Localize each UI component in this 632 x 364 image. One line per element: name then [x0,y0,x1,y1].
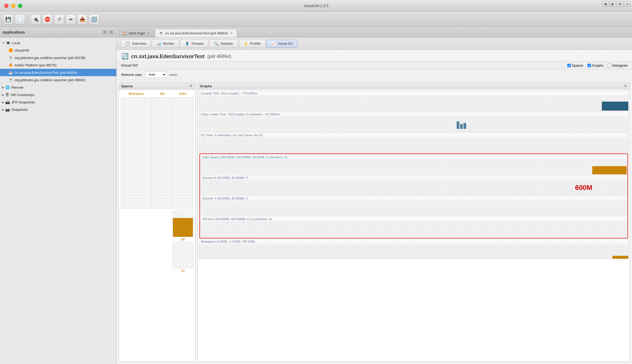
tree-item-vmcoredumps[interactable]: ▶ 🗄 VM Coredumps [0,91,116,98]
tab-eden[interactable]: ☕ cn.sxt.java.EdenSurvivorTest (pid 4686… [155,29,237,37]
refresh-bar: Refresh rate: Auto msec. [117,69,632,80]
refresh-rate-select[interactable]: Auto [145,71,166,78]
snapshots-icon: 📷 [5,107,10,112]
eden-close-icon[interactable]: ✕ [229,31,233,35]
ctab-overview[interactable]: 📋 Overview [121,40,151,48]
gctime-title: GC Time: 0 collections, 0s Last Cause: N… [199,133,628,138]
nav-dropdown-button[interactable]: ▼ [617,1,624,7]
tree-item-local[interactable]: ▼ 💻 Local [0,39,116,47]
graphs-content: Compile Time: 915 compiles – 770.430ms C… [198,90,630,362]
metaspace-label: Metaspace [121,92,151,95]
tree-area: ▼ 💻 Local 🟠 VisualVM ☕ org.jetbrains.jps… [0,38,116,364]
ctab-threads[interactable]: 🧵 Threads [180,40,208,48]
panel-restore-icon[interactable]: ⊡ [103,30,107,35]
toolbar-btn-forward[interactable]: ➡ [66,14,76,24]
tree-item-visualvm[interactable]: 🟠 VisualVM [0,47,116,54]
s1-label: S1 [181,269,185,272]
monitor-tab-icon: 📊 [156,41,161,46]
histogram-checkbox[interactable] [608,64,611,67]
toolbar-btn-save[interactable]: 💾 [3,14,13,24]
toggle-remote[interactable]: ▶ [2,86,4,89]
spaces-panel-title: Spaces [121,84,133,88]
survivor0-graph: 600M [201,180,627,195]
remote-icon: 🌐 [5,85,10,89]
toggle-snapshots[interactable]: ▶ [2,108,4,111]
overview-tab-label: Overview [132,42,146,46]
graph-row-survivor1: Survivor 1 (66.500M, 25.000M): 0 [201,196,627,216]
graph-row-gctime: GC Time: 0 collections, 0s Last Cause: N… [199,133,629,153]
compile-time-graph [199,96,628,111]
eden-bar [592,166,627,174]
metaspace-graph [199,244,628,259]
metaspace-col-label: Metaspace [129,92,144,95]
spacer [121,211,172,272]
minimize-button[interactable] [11,4,15,8]
graphs-checkbox[interactable] [588,64,591,67]
s1-wrapper: S1 [173,242,193,272]
right-panel: 🏠 Start Page ✕ ☕ cn.sxt.java.EdenSurvivo… [117,27,632,364]
tab-start-page[interactable]: 🏠 Start Page ✕ [119,29,154,37]
eden-col-label-wrap: Eden [173,92,193,95]
tree-item-intellij[interactable]: 🔥 IntelliJ Platform (pid 46576) [0,61,116,69]
toolbar-btn-number[interactable]: 🔢 [89,14,99,24]
spaces-checkbox-label[interactable]: Spaces [567,63,583,67]
applications-title: Applications [3,30,25,34]
spaces-checkbox[interactable] [567,64,571,67]
panel-close-icon[interactable]: ✕ [109,30,114,35]
launcher1-icon: ☕ [8,56,13,60]
ctab-visual-gc[interactable]: 📈 Visual GC [266,40,297,48]
toolbar-btn-file[interactable]: 📄 [15,14,25,24]
toggle-vm[interactable]: ▶ [2,93,4,96]
nav-menu-button[interactable]: ≡ [624,1,631,7]
eden-space-title: Eden Space (199.000M, 150.000M): 39.001M… [201,155,627,160]
close-button[interactable] [4,4,8,8]
tree-item-launcher1[interactable]: ☕ org.jetbrains.jps.cmdline.Launcher (pi… [0,54,116,61]
gc-panels: Spaces ✕ Metaspace Old [117,80,632,364]
survivor0-title: Survivor 0 (66.500M, 25.000M): 0 [201,175,627,180]
toolbar-btn-refresh[interactable]: ↺ [54,14,64,24]
spaces-panel-titlebar: Spaces ✕ [119,83,195,90]
tree-item-eden[interactable]: ☕ cn.sxt.java.EdenSurvivorTest (pid 4686… [0,69,116,76]
graph-row-oldgen: Old Gen (400.000M, 400.000M): 0, 0 colle… [201,216,627,236]
graphs-checkbox-label[interactable]: Graphs [588,63,603,67]
tree-item-jfr[interactable]: ▶ 📸 JFR Snapshots [0,98,116,106]
maximize-button[interactable] [18,4,22,8]
classloader-graph [199,117,628,131]
oldgen-title: Old Gen (400.000M, 400.000M): 0, 0 colle… [201,217,627,221]
nav-back-button[interactable]: ◀ [602,1,609,7]
start-page-close-icon[interactable]: ✕ [146,31,150,35]
compile-time-title: Compile Time: 915 compiles – 770.430ms [199,91,628,96]
spaces-panel-close[interactable]: ✕ [189,84,193,88]
threads-tab-icon: 🧵 [185,41,190,46]
compile-time-bar [602,102,628,111]
graph-row-survivor0: Survivor 0 (66.500M, 25.000M): 0 600M [201,175,627,195]
launcher2-label: org.jetbrains.jps.cmdline.Launcher (pid … [15,78,85,82]
toggle-jfr[interactable]: ▶ [2,101,4,104]
tree-item-launcher2[interactable]: ☕ org.jetbrains.jps.cmdline.Launcher (pi… [0,76,116,84]
classloader-bar-2 [460,124,463,129]
toggle-local[interactable]: ▼ [2,42,5,44]
toolbar-btn-connect[interactable]: 🔌 [31,14,41,24]
tree-item-remote[interactable]: ▶ 🌐 Remote [0,84,116,91]
toolbar-btn-stop[interactable]: ⛔ [42,14,52,24]
ctab-monitor[interactable]: 📊 Monitor [152,40,179,48]
histogram-checkbox-label[interactable]: Histogram [608,63,628,67]
classloader-bar-1 [457,121,459,129]
toolbar-separator-1 [28,15,28,23]
histogram-label: Histogram [612,63,628,67]
ctab-sampler[interactable]: 🔍 Sampler [209,40,238,48]
start-page-tab-icon: 🏠 [123,31,127,35]
graphs-panel-close[interactable]: ✕ [623,84,627,88]
classloader-title: Class Loader Time: 1622 loaded, 0 unload… [199,112,628,117]
visualvm-icon: 🟠 [8,48,13,52]
launcher2-icon: ☕ [8,78,13,82]
nav-forward-button[interactable]: ▶ [609,1,616,7]
profiler-tab-icon: ⚡ [243,41,248,46]
highlighted-group: Eden Space (199.000M, 150.000M): 39.001M… [199,153,628,238]
content-area: 🔄 cn.sxt.java.EdenSurvivorTest (pid 4686… [117,50,632,364]
graph-row-compile: Compile Time: 915 compiles – 770.430ms [199,91,629,111]
tree-item-snapshots[interactable]: ▶ 📷 Snapshots [0,106,116,113]
toolbar-btn-import[interactable]: 📥 [77,14,87,24]
refresh-rate-label: Refresh rate: [121,73,143,77]
ctab-profiler[interactable]: ⚡ Profiler [239,40,265,48]
